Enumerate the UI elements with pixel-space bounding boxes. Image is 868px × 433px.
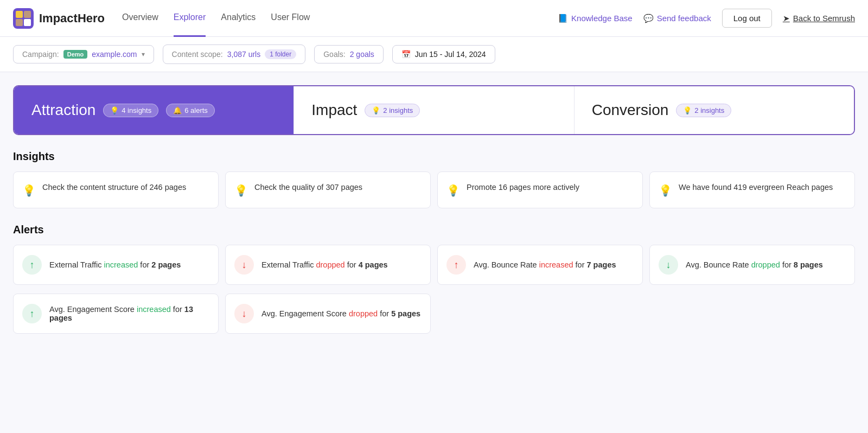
feedback-icon: 💬 [643, 14, 654, 23]
impact-insights-badge: 💡 2 insights [365, 104, 420, 117]
goals-label: Goals: [323, 50, 345, 59]
pages-count-4: 8 pages [794, 260, 823, 269]
calendar-icon: 📅 [401, 50, 411, 59]
alert-placeholder-2 [649, 294, 855, 334]
attraction-insights-badge: 💡 4 insights [103, 104, 158, 117]
svg-rect-1 [16, 11, 23, 18]
insights-section-title: Insights [13, 150, 855, 163]
insight-card-2[interactable]: 💡 Check the quality of 307 pages [225, 171, 431, 208]
highlight-dropped-1: dropped [316, 260, 344, 269]
bell-icon: 🔔 [173, 106, 182, 114]
logo[interactable]: ImpactHero [13, 8, 105, 29]
down-arrow-icon-2: ↓ [234, 304, 254, 323]
insight-icon-3: 💡 [446, 184, 460, 197]
send-feedback-link[interactable]: 💬 Send feedback [643, 14, 711, 23]
campaign-value: example.com [92, 50, 137, 59]
nav-userflow[interactable]: User Flow [271, 0, 310, 37]
chevron-down-icon: ▾ [142, 50, 145, 58]
alert-placeholder-1 [437, 294, 643, 334]
stage-tab-impact[interactable]: Impact 💡 2 insights [294, 86, 574, 134]
insights-cards: 💡 Check the content structure of 246 pag… [13, 171, 855, 208]
content-scope-urls: 3,087 urls [227, 50, 260, 59]
svg-rect-4 [24, 19, 31, 26]
alert-text-5: Avg. Engagement Score increased for 13 p… [49, 305, 209, 322]
highlight-increased-1: increased [104, 260, 138, 269]
up-arrow-icon-2: ↑ [22, 304, 42, 323]
header-actions: 📘 Knowledge Base 💬 Send feedback Log out… [558, 9, 855, 28]
goals-pill[interactable]: Goals: 2 goals [314, 45, 384, 63]
insight-icon-4: 💡 [659, 184, 672, 197]
alert-text-6: Avg. Engagement Score dropped for 5 page… [261, 309, 420, 318]
alerts-section-title: Alerts [13, 224, 855, 236]
insight-card-1[interactable]: 💡 Check the content structure of 246 pag… [13, 171, 219, 208]
highlight-dropped-2: dropped [751, 260, 780, 269]
campaign-pill[interactable]: Campaign: Demo example.com ▾ [13, 45, 154, 63]
bulb-icon-conversion: 💡 [683, 106, 692, 114]
alert-bounce-rate-increased[interactable]: ↑ Avg. Bounce Rate increased for 7 pages [437, 245, 643, 285]
bulb-icon: 💡 [110, 106, 119, 114]
bulb-icon-impact: 💡 [372, 106, 380, 114]
nav-analytics[interactable]: Analytics [221, 0, 256, 37]
stage-attraction-title: Attraction [31, 101, 95, 119]
semrush-icon: ➤ [783, 14, 790, 23]
stage-tab-conversion[interactable]: Conversion 💡 2 insights [575, 86, 854, 134]
send-feedback-label: Send feedback [657, 14, 711, 23]
pages-count-5: 13 pages [49, 305, 193, 322]
conversion-insights-badge: 💡 2 insights [676, 104, 731, 117]
alert-text-4: Avg. Bounce Rate dropped for 8 pages [686, 260, 823, 269]
goals-value: 2 goals [350, 50, 374, 59]
knowledge-base-label: Knowledge Base [571, 14, 633, 23]
alert-ext-traffic-dropped[interactable]: ↓ External Traffic dropped for 4 pages [225, 245, 431, 285]
stage-conversion-title: Conversion [592, 101, 669, 119]
main-content: Attraction 💡 4 insights 🔔 6 alerts Impac… [0, 72, 868, 355]
back-to-semrush-link[interactable]: ➤ Back to Semrush [783, 14, 855, 23]
content-scope-label: Content scope: [172, 50, 223, 59]
insight-card-3[interactable]: 💡 Promote 16 pages more actively [437, 171, 643, 208]
highlight-increased-2: increased [539, 260, 573, 269]
alert-text-2: External Traffic dropped for 4 pages [261, 260, 388, 269]
content-scope-pill[interactable]: Content scope: 3,087 urls 1 folder [163, 44, 306, 64]
nav-explorer[interactable]: Explorer [174, 0, 206, 37]
stage-tabs: Attraction 💡 4 insights 🔔 6 alerts Impac… [13, 85, 855, 135]
nav-overview[interactable]: Overview [122, 0, 158, 37]
alert-engagement-increased[interactable]: ↑ Avg. Engagement Score increased for 13… [13, 294, 219, 334]
up-arrow-red-icon: ↑ [446, 255, 466, 275]
insight-icon-2: 💡 [234, 184, 248, 197]
logout-button[interactable]: Log out [722, 9, 772, 28]
svg-rect-3 [16, 19, 23, 26]
header: ImpactHero Overview Explorer Analytics U… [0, 0, 868, 37]
alert-bounce-rate-dropped[interactable]: ↓ Avg. Bounce Rate dropped for 8 pages [649, 245, 855, 285]
insight-icon-1: 💡 [22, 184, 36, 197]
campaign-badge: Demo [63, 50, 88, 59]
alert-text-1: External Traffic increased for 2 pages [49, 260, 181, 269]
alert-engagement-dropped[interactable]: ↓ Avg. Engagement Score dropped for 5 pa… [225, 294, 431, 334]
stage-impact-title: Impact [311, 101, 357, 119]
alerts-row-2: ↑ Avg. Engagement Score increased for 13… [13, 294, 855, 334]
date-value: Jun 15 - Jul 14, 2024 [415, 50, 486, 59]
pages-count-2: 4 pages [359, 260, 388, 269]
svg-rect-2 [24, 11, 31, 18]
highlight-dropped-3: dropped [349, 309, 378, 318]
logo-icon [13, 8, 34, 29]
main-nav: Overview Explorer Analytics User Flow [122, 0, 540, 36]
insight-text-1: Check the content structure of 246 pages [42, 183, 186, 192]
attraction-alerts-badge: 🔔 6 alerts [166, 104, 215, 117]
knowledge-base-icon: 📘 [558, 14, 568, 23]
pages-count-6: 5 pages [391, 309, 420, 318]
date-pill[interactable]: 📅 Jun 15 - Jul 14, 2024 [392, 45, 495, 63]
pages-count-3: 7 pages [587, 260, 616, 269]
alert-text-3: Avg. Bounce Rate increased for 7 pages [474, 260, 616, 269]
insight-card-4[interactable]: 💡 We have found 419 evergreen Reach page… [649, 171, 855, 208]
down-arrow-green-icon: ↓ [659, 255, 678, 275]
toolbar: Campaign: Demo example.com ▾ Content sco… [0, 37, 868, 72]
highlight-increased-3: increased [137, 305, 171, 314]
logo-text: ImpactHero [39, 11, 105, 26]
knowledge-base-link[interactable]: 📘 Knowledge Base [558, 14, 633, 23]
stage-tab-attraction[interactable]: Attraction 💡 4 insights 🔔 6 alerts [14, 86, 294, 134]
alerts-row-1: ↑ External Traffic increased for 2 pages… [13, 245, 855, 285]
back-semrush-label: Back to Semrush [793, 14, 855, 23]
alert-ext-traffic-increased[interactable]: ↑ External Traffic increased for 2 pages [13, 245, 219, 285]
pages-count-1: 2 pages [151, 260, 181, 269]
content-scope-folder: 1 folder [265, 49, 296, 59]
insight-text-2: Check the quality of 307 pages [254, 183, 362, 192]
